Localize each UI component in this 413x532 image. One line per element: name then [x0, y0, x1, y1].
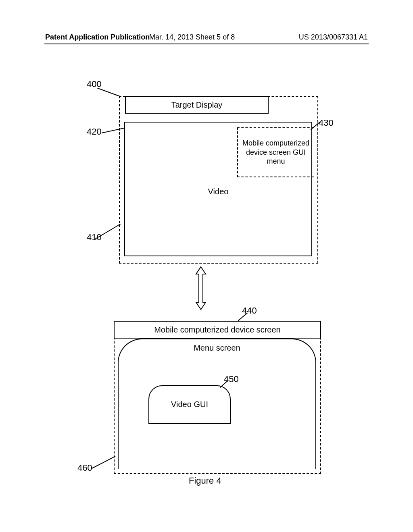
mobile-gui-menu-box: Mobile computerized device screen GUI me…	[237, 127, 314, 177]
mobile-screen-label: Mobile computerized device screen	[154, 325, 281, 335]
leader-410	[95, 224, 123, 240]
svg-line-3	[95, 224, 121, 239]
target-display-label: Target Display	[171, 100, 223, 110]
patent-figure-page: Patent Application Publication Mar. 14, …	[0, 0, 413, 532]
mobile-gui-menu-label: Mobile computerized device screen GUI me…	[240, 139, 312, 166]
ref-460: 460	[77, 463, 92, 473]
leader-420	[102, 128, 126, 138]
ref-420: 420	[87, 127, 102, 137]
target-display-title-box: Target Display	[125, 96, 269, 114]
mobile-screen-title-box: Mobile computerized device screen	[114, 321, 321, 339]
header-right: US 2013/0067331 A1	[299, 33, 368, 42]
header-middle: Mar. 14, 2013 Sheet 5 of 8	[149, 33, 235, 42]
video-gui-label: Video GUI	[149, 400, 230, 409]
svg-line-6	[92, 456, 115, 468]
page-header: Patent Application Publication Mar. 14, …	[0, 33, 413, 44]
svg-line-0	[97, 88, 121, 97]
leader-460	[92, 456, 118, 470]
video-label: Video	[125, 187, 311, 196]
header-rule	[44, 44, 369, 44]
svg-line-1	[102, 128, 124, 133]
video-gui-box: Video GUI	[148, 385, 231, 424]
double-arrow-icon	[194, 266, 208, 310]
figure-caption: Figure 4	[189, 476, 221, 486]
svg-line-4	[238, 313, 248, 321]
header-left: Patent Application Publication	[45, 33, 150, 42]
menu-screen-label: Menu screen	[119, 343, 315, 353]
